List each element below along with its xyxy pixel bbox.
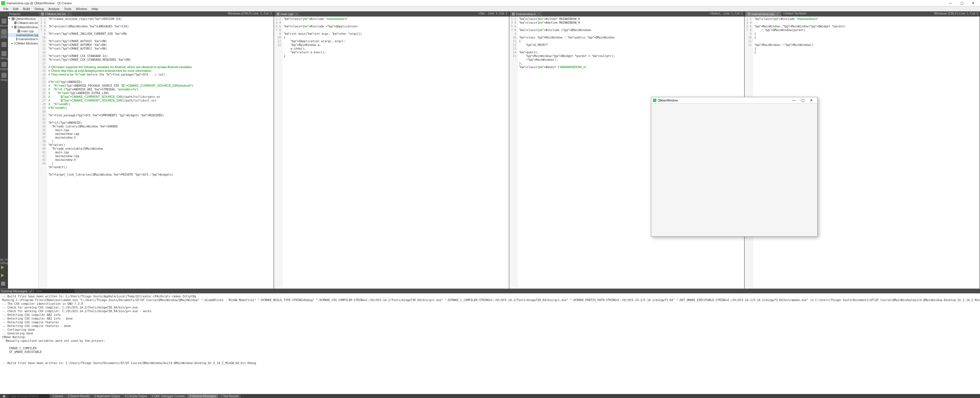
- popup-title: QMainWindow: [657, 99, 790, 102]
- edit-icon: [2, 29, 6, 35]
- project-tree[interactable]: ▾QMainWindowCMakeLists.txt▾QMainWindowma…: [8, 16, 39, 289]
- design-icon: [2, 42, 6, 47]
- editor-tab-cmakelists[interactable]: CMakeLists.txt×: [39, 12, 72, 16]
- output-body[interactable]: -- Build files have been written to: C:/…: [0, 293, 980, 394]
- output-tab[interactable]: 4 Compile Output: [123, 394, 149, 398]
- file-icon: [41, 13, 44, 15]
- debug-run-button[interactable]: [1, 274, 7, 280]
- tree-item[interactable]: ▸CMake Modules: [8, 41, 38, 45]
- tree-item[interactable]: main.cpp: [8, 29, 38, 33]
- tree-item[interactable]: ▾QMainWindow: [8, 16, 38, 21]
- editor-status: <Select... Line: 1, Col: 1: [708, 12, 745, 16]
- home-icon: [2, 19, 6, 24]
- mode-edit[interactable]: Edit: [0, 29, 8, 39]
- popup-minimize[interactable]: —: [790, 98, 799, 102]
- locator-input[interactable]: [9, 394, 49, 398]
- code-area[interactable]: "kw">class="pre">#include "mainwindow.h"…: [283, 16, 509, 289]
- code-area[interactable]: "fn">cmake_minimum_required("kw">VERSION…: [47, 16, 274, 289]
- menu-analyze[interactable]: Analyze: [46, 6, 62, 11]
- output-tab[interactable]: 3 Application Output: [92, 394, 122, 398]
- popup-titlebar[interactable]: QMainWindow — ▢ ✕: [651, 97, 817, 104]
- run-button[interactable]: [1, 266, 7, 272]
- editor-tab-main[interactable]: main.cpp×: [274, 12, 300, 16]
- close-icon[interactable]: ×: [776, 12, 778, 16]
- mode-debug[interactable]: Debug: [0, 50, 8, 61]
- editor-tab-mainwindow-cpp[interactable]: mainwindow.cpp×: [745, 12, 781, 16]
- mode-design[interactable]: [0, 39, 8, 50]
- build-button[interactable]: [1, 282, 7, 288]
- line-gutter: 1 2 3 4 5 6 7 8 9 10 11 12: [274, 16, 283, 289]
- file-icon: [277, 13, 280, 15]
- output-header: General Messages ⤢: [0, 289, 980, 293]
- minimize-button[interactable]: —: [945, 0, 956, 6]
- select-symbol[interactable]: <Select Symbol>: [781, 12, 808, 16]
- play-icon: [1, 266, 7, 269]
- menu-window[interactable]: Window: [73, 6, 89, 11]
- mode-projects[interactable]: Projects: [0, 61, 8, 71]
- output-pane: General Messages ⤢ -- Build files have b…: [0, 289, 980, 394]
- menu-build[interactable]: Build: [21, 6, 32, 11]
- editor-status: <Sel... Line: 1, Col: 1: [477, 12, 509, 16]
- menu-help[interactable]: Help: [89, 6, 100, 11]
- close-button[interactable]: ✕: [967, 0, 979, 6]
- output-filter[interactable]: [35, 289, 74, 293]
- qt-icon: [1, 1, 5, 5]
- editor-status: Windows (CRLF) Line: 1, Col: 1: [932, 12, 980, 16]
- editor-tab-row: Projects CMakeLists.txt× Windows (CRLF) …: [0, 11, 980, 16]
- window-title: mainwindow.cpp @ QMainWindow - Qt Creato…: [6, 2, 945, 5]
- file-icon: [748, 13, 750, 15]
- mode-welcome[interactable]: Welcome: [0, 18, 8, 28]
- mode-bar: Welcome Edit Debug Projects Help QMai..n…: [0, 16, 8, 289]
- editor-split: 1 2 3 4 5 6 7 8 9 10 11 12 13 14 15 16 1…: [39, 16, 980, 289]
- tree-item[interactable]: CMakeLists.txt: [8, 21, 38, 25]
- popup-maximize[interactable]: ▢: [799, 98, 807, 102]
- menu-tools[interactable]: Tools: [62, 6, 74, 11]
- menu-file[interactable]: File: [1, 6, 11, 11]
- tree-item[interactable]: mainwindow.h: [8, 37, 38, 41]
- menubar: File Edit Build Debug Analyze Tools Wind…: [0, 6, 980, 11]
- close-icon[interactable]: ×: [68, 12, 70, 16]
- play-bug-icon: [1, 274, 7, 277]
- help-icon: [2, 73, 6, 78]
- editor-pane-2[interactable]: 1 2 3 4 5 6 7 8 9 10 11 12 "kw">class="p…: [274, 16, 509, 289]
- output-title: General Messages: [1, 289, 27, 293]
- file-icon: [512, 13, 515, 15]
- output-tab[interactable]: 1 Issues: [50, 394, 65, 398]
- output-tab[interactable]: 2 Search Results: [65, 394, 92, 398]
- editor-tab-mainwindow-h[interactable]: mainwindow.h×: [510, 12, 542, 16]
- tree-item[interactable]: mainwindow.cpp: [8, 33, 38, 37]
- menu-debug[interactable]: Debug: [32, 6, 46, 11]
- wrench-icon: [2, 62, 6, 67]
- line-gutter: 1 2 3 4 5 6 7 8 9 10 11 12 13 14 15 16 1…: [39, 16, 47, 289]
- menu-edit[interactable]: Edit: [11, 6, 21, 11]
- close-icon[interactable]: ×: [538, 12, 539, 16]
- editor-pane-1[interactable]: 1 2 3 4 5 6 7 8 9 10 11 12 13 14 15 16 1…: [39, 16, 274, 289]
- projects-header: Projects: [8, 12, 39, 16]
- hammer-icon: [1, 282, 5, 286]
- output-tab[interactable]: 5 QML Debugger Console: [150, 394, 187, 398]
- mode-help[interactable]: Help: [0, 72, 8, 82]
- line-gutter: 1 2 3 4 5 6 7 8 9 10 11 12 13 14 15: [509, 16, 518, 289]
- close-icon[interactable]: ×: [296, 12, 297, 16]
- titlebar: mainwindow.cpp @ QMainWindow - Qt Creato…: [0, 0, 980, 6]
- close-sidebar-icon[interactable]: ▦: [0, 394, 8, 398]
- output-tab[interactable]: 7 Test Results: [218, 394, 241, 398]
- maximize-button[interactable]: ▢: [956, 0, 967, 6]
- popup-close[interactable]: ✕: [807, 98, 816, 102]
- tree-item[interactable]: ▾QMainWindow: [8, 25, 38, 29]
- output-tab[interactable]: 6 General Messages: [188, 394, 218, 398]
- running-app-window[interactable]: QMainWindow — ▢ ✕: [651, 97, 818, 237]
- bottom-bar: ▦ 1 Issues2 Search Results3 Application …: [0, 394, 980, 398]
- zoom-icon[interactable]: ⤢: [30, 289, 32, 293]
- qt-icon: [653, 99, 656, 102]
- bug-icon: [2, 51, 6, 56]
- editor-status: Windows (CRLF) Line: 1, Col: 1: [226, 12, 274, 16]
